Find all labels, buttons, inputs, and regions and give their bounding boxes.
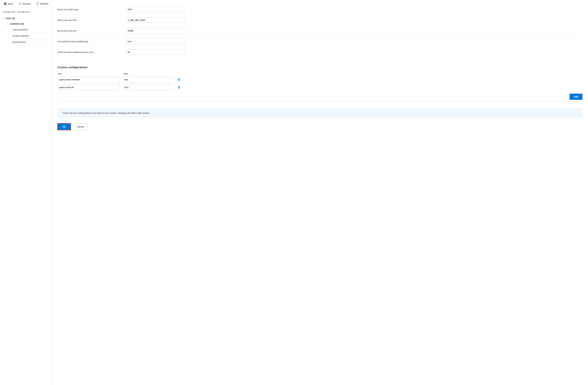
trash-icon: 🗑 xyxy=(177,86,181,89)
config-key-label: query.max-memory xyxy=(57,29,123,32)
chevron-down-icon-sub: ⌄ xyxy=(7,23,9,25)
tree-root-header[interactable]: ⌄ trino (3) xyxy=(3,16,49,21)
save-button[interactable]: Save xyxy=(3,2,14,6)
col-header-value: value xyxy=(123,72,583,75)
config-value-input[interactable] xyxy=(126,17,184,23)
list-item: 🗑 xyxy=(57,77,583,82)
config-section: query.min-expire-age query.max-cpu-time … xyxy=(52,0,588,62)
leaf-config-properties[interactable]: config.properties xyxy=(7,33,49,39)
svg-rect-3 xyxy=(5,4,5,5)
config-value-input[interactable] xyxy=(126,49,184,55)
config-key-label: query.min-expire-age xyxy=(57,8,123,11)
table-row: query.max-memory xyxy=(57,25,583,36)
leaf-node-properties[interactable]: node.properties xyxy=(7,27,49,33)
custom-col-headers: key value xyxy=(57,72,583,75)
custom-key-input[interactable] xyxy=(57,77,120,82)
refresh-label: Refresh xyxy=(40,2,48,5)
custom-value-input[interactable] xyxy=(122,84,174,90)
custom-value-input[interactable] xyxy=(122,77,174,82)
sub-tree-label: common (3) xyxy=(10,22,24,25)
config-rows-container: query.min-expire-age query.max-cpu-time … xyxy=(57,4,583,58)
refresh-icon xyxy=(36,2,39,5)
nav-title: Configuration management xyxy=(3,11,49,13)
cancel-button[interactable]: Cancel xyxy=(73,123,88,130)
ok-button[interactable]: Ok xyxy=(57,123,71,130)
table-row: query.max-cpu-time xyxy=(57,15,583,25)
tree-root-label: trino (3) xyxy=(6,17,15,20)
info-banner: Some service configurations may need ser… xyxy=(57,108,583,118)
add-button[interactable]: Add xyxy=(569,94,583,100)
custom-config-section: Custom configurations key value 🗑 🗑 Add xyxy=(52,62,588,106)
left-panel: Save Discard Refresh Configuration manag… xyxy=(0,0,52,385)
toolbar: Save Discard Refresh xyxy=(0,0,52,8)
config-key-label: query.max-cpu-time xyxy=(57,19,123,21)
discard-label: Discard xyxy=(22,2,31,5)
table-row: use-preferred-write-partitioning xyxy=(57,36,583,47)
leaf-log-properties[interactable]: log.properties xyxy=(7,39,49,45)
config-value-input[interactable] xyxy=(126,7,184,12)
discard-icon xyxy=(19,2,21,5)
sub-tree: ⌄ common (3) node.properties config.prop… xyxy=(7,21,49,45)
add-btn-row: Add xyxy=(57,92,583,101)
chevron-down-icon: ⌄ xyxy=(3,17,4,19)
custom-config-title: Custom configurations xyxy=(57,66,583,69)
discard-button[interactable]: Discard xyxy=(18,2,32,6)
list-item: 🗑 xyxy=(57,84,583,90)
config-key-label: preferred-write-partitioning-min-num... xyxy=(57,51,123,54)
save-icon xyxy=(4,2,7,5)
table-row: query.min-expire-age xyxy=(57,4,583,15)
config-key-label: use-preferred-write-partitioning xyxy=(57,40,123,43)
trash-icon: 🗑 xyxy=(177,78,181,81)
refresh-button[interactable]: Refresh xyxy=(35,2,49,6)
table-row: preferred-write-partitioning-min-num... xyxy=(57,47,583,58)
sub-tree-header[interactable]: ⌄ common (3) xyxy=(7,21,49,27)
custom-rows-container: 🗑 🗑 xyxy=(57,77,583,90)
svg-rect-1 xyxy=(4,2,6,3)
tree-root: ⌄ trino (3) ⌄ common (3) node.properties… xyxy=(3,16,49,45)
custom-key-input[interactable] xyxy=(57,84,120,90)
col-header-key: key xyxy=(58,72,120,75)
delete-button[interactable]: 🗑 xyxy=(177,85,181,90)
config-value-input[interactable] xyxy=(126,38,184,44)
action-row: Ok Cancel xyxy=(52,120,588,134)
info-banner-text: Some service configurations may need ser… xyxy=(63,112,150,114)
nav-section: Configuration management ⌄ trino (3) ⌄ c… xyxy=(0,8,52,385)
save-label: Save xyxy=(8,2,13,5)
config-value-input[interactable] xyxy=(126,28,184,34)
right-panel: query.min-expire-age query.max-cpu-time … xyxy=(52,0,588,385)
delete-button[interactable]: 🗑 xyxy=(177,77,181,82)
